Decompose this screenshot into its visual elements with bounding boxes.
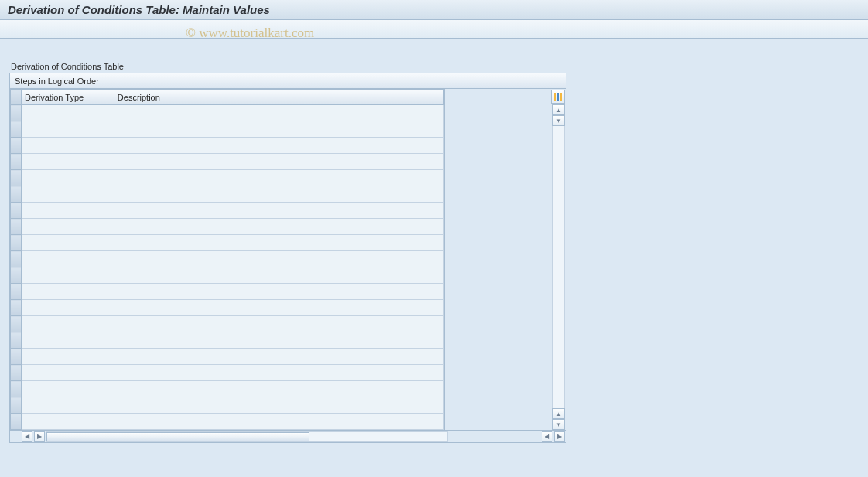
table-row (11, 332, 444, 349)
row-selector[interactable] (11, 397, 22, 414)
table-row (11, 381, 444, 397)
table-row (11, 397, 444, 414)
cell-derivation-type[interactable] (21, 332, 114, 349)
table-row (11, 284, 444, 300)
scroll-left-button[interactable]: ◀ (22, 431, 32, 442)
cell-derivation-type[interactable] (21, 414, 114, 430)
row-selector-header[interactable] (11, 90, 22, 105)
cell-description[interactable] (114, 170, 443, 186)
cell-derivation-type[interactable] (21, 235, 114, 251)
cell-derivation-type[interactable] (21, 170, 114, 186)
cell-derivation-type[interactable] (21, 267, 114, 284)
row-selector[interactable] (11, 170, 22, 186)
row-selector[interactable] (11, 316, 22, 332)
table-settings-button[interactable] (551, 90, 565, 104)
horizontal-scrollbar: ◀ ▶ ◀ ▶ (10, 430, 566, 442)
cell-derivation-type[interactable] (21, 284, 114, 300)
scroll-up-button[interactable]: ▲ (552, 104, 565, 115)
grid-container: Derivation Type Description ▲ (10, 89, 566, 430)
table-row (11, 349, 444, 365)
row-selector[interactable] (11, 219, 22, 235)
table-row (11, 186, 444, 203)
table-row (11, 105, 444, 121)
row-selector[interactable] (11, 251, 22, 267)
cell-description[interactable] (114, 203, 443, 219)
cell-description[interactable] (114, 235, 443, 251)
row-selector[interactable] (11, 300, 22, 316)
page-title: Derivation of Conditions Table: Maintain… (8, 3, 270, 16)
scroll-right-step-button[interactable]: ▶ (34, 431, 45, 442)
row-selector[interactable] (11, 332, 22, 349)
table-row (11, 121, 444, 138)
cell-description[interactable] (114, 381, 443, 397)
row-selector[interactable] (11, 186, 22, 203)
cell-description[interactable] (114, 154, 443, 170)
row-selector[interactable] (11, 235, 22, 251)
table-row (11, 414, 444, 430)
steps-panel: Steps in Logical Order Derivation Type D… (9, 73, 566, 443)
cell-derivation-type[interactable] (21, 397, 114, 414)
scroll-down-button[interactable]: ▼ (552, 419, 565, 430)
cell-description[interactable] (114, 300, 443, 316)
cell-derivation-type[interactable] (21, 121, 114, 138)
cell-description[interactable] (114, 121, 443, 138)
row-selector[interactable] (11, 284, 22, 300)
cell-description[interactable] (114, 284, 443, 300)
row-selector[interactable] (11, 121, 22, 138)
cell-description[interactable] (114, 219, 443, 235)
row-selector[interactable] (11, 203, 22, 219)
column-header-description[interactable]: Description (114, 90, 443, 105)
cell-description[interactable] (114, 186, 443, 203)
cell-derivation-type[interactable] (21, 186, 114, 203)
cell-derivation-type[interactable] (21, 203, 114, 219)
cell-derivation-type[interactable] (21, 349, 114, 365)
cell-description[interactable] (114, 105, 443, 121)
row-selector[interactable] (11, 138, 22, 154)
row-selector[interactable] (11, 267, 22, 284)
cell-derivation-type[interactable] (21, 105, 114, 121)
cell-description[interactable] (114, 138, 443, 154)
cell-description[interactable] (114, 365, 443, 381)
horizontal-scroll-thumb[interactable] (46, 432, 309, 441)
cell-description[interactable] (114, 251, 443, 267)
scroll-left-step-button[interactable]: ◀ (542, 431, 552, 442)
cell-description[interactable] (114, 332, 443, 349)
table-row (11, 365, 444, 381)
row-selector[interactable] (11, 349, 22, 365)
row-selector[interactable] (11, 154, 22, 170)
table-row (11, 154, 444, 170)
row-selector[interactable] (11, 414, 22, 430)
scroll-down-step-button[interactable]: ▼ (552, 115, 565, 126)
row-selector[interactable] (11, 105, 22, 121)
table-row (11, 267, 444, 284)
cell-derivation-type[interactable] (21, 138, 114, 154)
horizontal-scroll-track[interactable] (46, 431, 448, 442)
table-row (11, 316, 444, 332)
application-toolbar (0, 20, 868, 39)
cell-description[interactable] (114, 414, 443, 430)
scroll-right-button[interactable]: ▶ (554, 431, 565, 442)
table-row (11, 219, 444, 235)
cell-derivation-type[interactable] (21, 365, 114, 381)
cell-derivation-type[interactable] (21, 381, 114, 397)
content-area: Derivation of Conditions Table Steps in … (0, 39, 868, 452)
vertical-scroll-track[interactable] (552, 126, 565, 408)
cell-derivation-type[interactable] (21, 300, 114, 316)
cell-derivation-type[interactable] (21, 219, 114, 235)
cell-description[interactable] (114, 316, 443, 332)
cell-description[interactable] (114, 349, 443, 365)
cell-derivation-type[interactable] (21, 154, 114, 170)
row-selector[interactable] (11, 381, 22, 397)
table-settings-icon (554, 93, 562, 101)
steps-table: Derivation Type Description (10, 89, 444, 430)
cell-derivation-type[interactable] (21, 251, 114, 267)
row-selector[interactable] (11, 365, 22, 381)
table-row (11, 170, 444, 186)
scroll-up-step-button[interactable]: ▲ (552, 408, 565, 419)
column-header-derivation-type[interactable]: Derivation Type (21, 90, 114, 105)
cell-description[interactable] (114, 397, 443, 414)
panel-header: Steps in Logical Order (10, 73, 566, 89)
section-label: Derivation of Conditions Table (9, 62, 859, 71)
cell-description[interactable] (114, 267, 443, 284)
cell-derivation-type[interactable] (21, 316, 114, 332)
